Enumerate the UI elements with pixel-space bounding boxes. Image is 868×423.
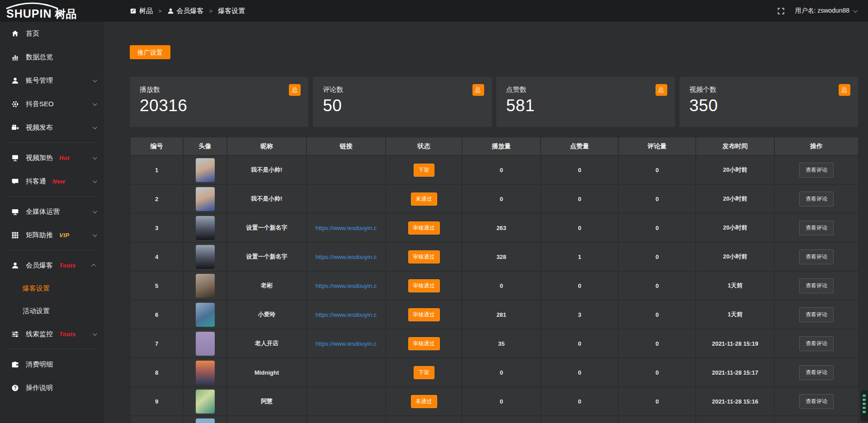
sidebar-item[interactable]: 账号管理	[0, 69, 104, 92]
cell-publish-time: 1天前	[696, 271, 774, 300]
cell-action: 查看评论	[774, 329, 859, 358]
cell-nickname	[227, 416, 307, 423]
stat-cards: 播放数20316总评论数50总点赞数581总视频个数350总	[130, 77, 858, 127]
user-icon	[11, 77, 19, 85]
screen-icon	[11, 154, 19, 162]
video-link[interactable]: https://www.iesdouyin.c	[316, 254, 377, 260]
cell-link	[307, 358, 386, 387]
cell-avatar	[183, 300, 227, 329]
view-comments-button[interactable]: 查看评论	[799, 365, 834, 380]
column-header: 编号	[130, 137, 183, 155]
cell-id: 6	[130, 300, 183, 329]
breadcrumb-item[interactable]: 树品	[130, 7, 153, 15]
view-comments-button[interactable]: 查看评论	[799, 307, 834, 322]
cell-status	[386, 416, 462, 423]
sidebar-divider	[8, 196, 96, 197]
view-comments-button[interactable]: 查看评论	[799, 221, 834, 235]
total-badge: 总	[839, 84, 850, 96]
sidebar-item[interactable]: 全媒体运营	[0, 200, 104, 223]
video-link[interactable]: https://www.iesdouyin.c	[316, 311, 377, 318]
table-row: 7老人开店https://www.iesdouyin.c审核通过35002021…	[130, 329, 859, 358]
sidebar-item-tag: New	[52, 178, 65, 185]
sidebar-item[interactable]: 数据总览	[0, 45, 104, 69]
promo-settings-button[interactable]: 推广设置	[130, 45, 170, 59]
view-comments-button[interactable]: 查看评论	[799, 394, 834, 409]
cell-plays: 263	[462, 213, 541, 242]
cell-avatar	[183, 416, 227, 423]
breadcrumb-item[interactable]: 爆客设置	[218, 7, 245, 15]
cell-id: 8	[130, 358, 183, 387]
home-icon	[11, 30, 19, 38]
cell-publish-time: 2021-11-28 15:17	[696, 358, 774, 387]
cell-id: 5	[130, 271, 183, 300]
breadcrumb-label: 爆客设置	[218, 7, 245, 15]
cell-comments: 0	[618, 329, 696, 358]
cell-nickname: 老人开店	[227, 329, 307, 358]
sidebar-item[interactable]: 抖客通New	[0, 169, 104, 193]
chevron-down-icon	[93, 179, 97, 183]
breadcrumb-label: 树品	[139, 7, 153, 15]
cell-comments: 0	[618, 155, 696, 184]
view-comments-button[interactable]: 查看评论	[799, 192, 834, 207]
chart-icon	[11, 53, 19, 61]
sidebar-item[interactable]: 视频加热Hot	[0, 146, 104, 169]
total-badge: 总	[289, 84, 301, 96]
cell-nickname: 设置一个新名字	[227, 213, 307, 242]
status-badge: 审核通过	[408, 221, 440, 235]
cell-link: https://www.iesdouyin.c	[307, 300, 386, 329]
cell-link	[307, 416, 386, 423]
sidebar-item[interactable]: 会员爆客Tools	[0, 254, 104, 277]
sidebar-item[interactable]: 线索监控Tools	[0, 322, 104, 346]
column-header: 操作	[774, 137, 859, 155]
video-link[interactable]: https://www.iesdouyin.c	[316, 282, 377, 289]
cell-publish-time: 2021-11-28 15:19	[696, 329, 774, 358]
sidebar-subitem-active[interactable]: 爆客设置	[0, 277, 104, 300]
video-link[interactable]: https://www.iesdouyin.c	[316, 340, 377, 347]
chevron-down-icon	[853, 8, 858, 13]
cell-plays: 0	[462, 155, 541, 184]
stat-card: 评论数50总	[313, 77, 491, 127]
sidebar-item-label: 全媒体运营	[26, 207, 60, 216]
sidebar-item-label: 矩阵助推	[26, 231, 53, 240]
cell-action: 查看评论	[774, 213, 859, 242]
stat-card: 视频个数350总	[679, 77, 858, 127]
cell-avatar	[183, 329, 227, 358]
video-link[interactable]: https://www.iesdouyin.c	[316, 225, 377, 231]
breadcrumb-separator: >	[209, 8, 213, 14]
sidebar-divider	[8, 250, 96, 250]
table-row: 2我不是小帅!未通过00020小时前查看评论	[130, 184, 859, 213]
sidebar-item[interactable]: 消费明细	[0, 352, 104, 376]
sidebar-divider	[8, 142, 96, 143]
sidebar-item[interactable]: 抖音SEO	[0, 92, 104, 116]
cell-likes: 1	[541, 242, 618, 271]
view-comments-button[interactable]: 查看评论	[799, 278, 834, 293]
float-widget[interactable]	[860, 390, 868, 422]
username-dropdown[interactable]: 用户名: zswodun88	[795, 7, 856, 15]
cell-action: 查看评论	[774, 184, 859, 213]
cell-nickname: 我不是小帅!	[227, 184, 307, 213]
logo: SHUPIN 树品	[0, 0, 104, 22]
sidebar-divider	[8, 349, 96, 349]
stat-card-value: 20316	[140, 96, 298, 115]
widget-bar	[863, 395, 866, 397]
sidebar-item[interactable]: 首页	[0, 22, 104, 45]
cell-link	[307, 387, 386, 416]
sidebar-item[interactable]: 矩阵助推VIP	[0, 223, 104, 247]
view-comments-button[interactable]: 查看评论	[799, 249, 834, 264]
cell-comments: 0	[618, 300, 696, 329]
cell-likes: 0	[541, 358, 618, 387]
sidebar-subitem[interactable]: 活动设置	[0, 300, 104, 322]
breadcrumb-item[interactable]: 会员爆客	[167, 7, 204, 15]
sidebar-item[interactable]: ?操作说明	[0, 376, 104, 400]
fullscreen-icon[interactable]	[777, 7, 785, 15]
view-comments-button[interactable]: 查看评论	[799, 336, 834, 351]
view-comments-button[interactable]: 查看评论	[799, 163, 834, 178]
sidebar-item[interactable]: 视频发布	[0, 116, 104, 139]
wallet-icon	[11, 361, 19, 368]
sidebar-item-tag: Tools	[59, 262, 76, 269]
cell-action: 查看评论	[774, 358, 859, 387]
chevron-up-icon	[91, 263, 96, 268]
cell-nickname: 老彬	[227, 271, 307, 300]
cell-avatar	[183, 358, 227, 387]
stat-card-value: 581	[506, 96, 665, 115]
